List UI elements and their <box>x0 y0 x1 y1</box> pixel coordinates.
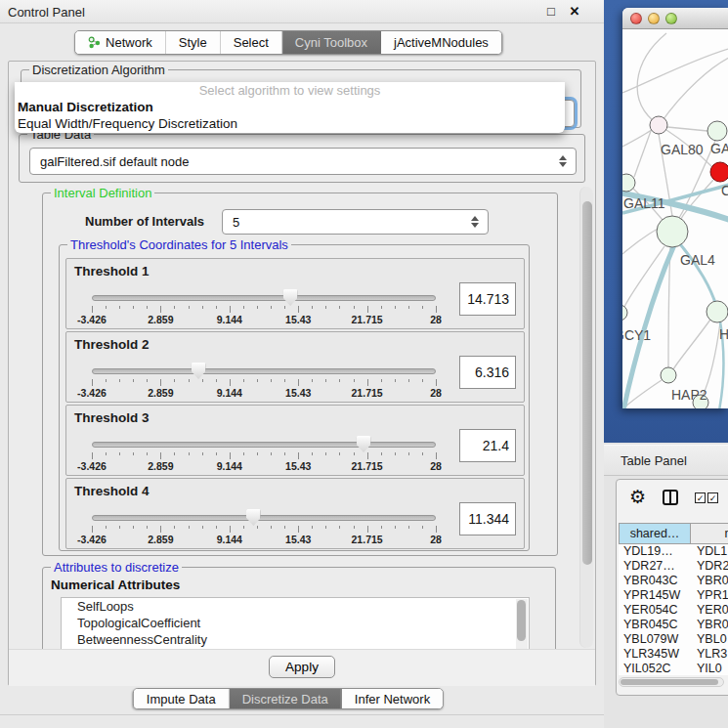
settings-scrollbar[interactable] <box>579 187 593 648</box>
column-header-name[interactable]: na <box>691 524 728 543</box>
network-node-gal4[interactable] <box>657 216 688 247</box>
slider-track[interactable] <box>92 515 436 521</box>
table-cell[interactable]: YIL0 <box>691 662 728 675</box>
scrollbar-thumb[interactable] <box>621 679 718 685</box>
threshold-2-slider[interactable] <box>92 367 436 375</box>
node-label: GAL80 <box>661 142 704 157</box>
network-window-titlebar[interactable] <box>622 8 728 29</box>
table-cell[interactable]: YLR345W <box>619 647 691 662</box>
node-label: H <box>719 326 728 342</box>
table-row[interactable]: YBR043CYBR0 <box>619 574 728 588</box>
table-row[interactable]: YER054CYER0 <box>619 603 728 618</box>
minimize-window-icon[interactable] <box>648 13 660 24</box>
tab-impute-data[interactable]: Impute Data <box>134 689 230 708</box>
threshold-1-slider[interactable] <box>92 294 436 302</box>
network-node[interactable] <box>707 121 727 141</box>
table-cell[interactable]: YLR3 <box>691 647 728 662</box>
table-cell[interactable]: YER054C <box>619 603 691 618</box>
table-cell[interactable]: YER0 <box>691 603 728 618</box>
table-row[interactable]: YPR145WYPR1 <box>619 588 728 603</box>
algorithm-option-manual[interactable]: Manual Discretization <box>15 99 565 115</box>
table-cell[interactable]: YBR045C <box>619 618 691 632</box>
table-row[interactable]: YBR045CYBR0 <box>619 618 728 632</box>
close-window-icon[interactable] <box>630 13 642 24</box>
tab-jactivemnodules[interactable]: jActiveMNodules <box>381 31 501 54</box>
table-row[interactable]: YLR345WYLR3 <box>619 647 728 662</box>
threshold-1-value-field[interactable] <box>459 282 516 316</box>
scrollbar-thumb[interactable] <box>582 201 592 565</box>
number-of-intervals-combobox[interactable]: 5 <box>222 209 489 235</box>
table-horizontal-scrollbar[interactable] <box>619 677 724 687</box>
table-cell[interactable]: YDL1 <box>691 544 728 559</box>
settings-scroll-area: Interval Definition Number of Intervals … <box>9 187 583 651</box>
attributes-list-scrollbar[interactable] <box>516 599 528 651</box>
apply-button[interactable]: Apply <box>269 656 335 678</box>
table-cell[interactable]: YDR27… <box>619 559 691 574</box>
tick-label: 9.144 <box>217 460 242 472</box>
table-header-row: shared… na <box>619 523 728 544</box>
table-row[interactable]: YBL079WYBL0 <box>619 632 728 647</box>
algorithm-option-equal-width[interactable]: Equal Width/Frequency Discretization <box>15 115 565 132</box>
table-cell[interactable]: YDR2 <box>691 559 728 574</box>
network-node-hap2[interactable] <box>661 367 676 383</box>
close-panel-icon[interactable]: ✕ <box>567 4 582 20</box>
float-window-icon[interactable]: □ <box>543 4 559 20</box>
network-node-labels: GAL80GACGAL11GAL4GCY1HHAP2 <box>622 141 728 403</box>
network-node-gcy1[interactable] <box>622 305 627 321</box>
threshold-3-value-field[interactable] <box>459 429 516 462</box>
table-data-combobox[interactable]: galFiltered.sif default node <box>29 148 577 175</box>
table-cell[interactable]: YBL0 <box>691 632 728 647</box>
table-cell[interactable]: YPR145W <box>619 588 691 603</box>
table-row[interactable]: YDR27…YDR2 <box>619 559 728 574</box>
network-node-gal11[interactable] <box>622 174 635 192</box>
table-rows: YDL19…YDL1YDR27…YDR2YBR043CYBR0YPR145WYP… <box>619 544 728 675</box>
network-canvas[interactable]: GAL80GACGAL11GAL4GCY1HHAP2 <box>622 29 728 408</box>
scrollbar-thumb[interactable] <box>517 600 526 641</box>
table-cell[interactable]: YBR0 <box>691 574 728 588</box>
tab-select-label: Select <box>234 35 269 50</box>
tab-infer-network[interactable]: Infer Network <box>342 689 443 708</box>
table-row[interactable]: YIL052CYIL0 <box>619 662 728 675</box>
attribute-list-item[interactable]: TopologicalCoefficient <box>62 615 529 631</box>
table-row[interactable]: YDL19…YDL1 <box>619 544 728 559</box>
slider-thumb[interactable] <box>192 363 206 379</box>
table-cell[interactable]: YBL079W <box>619 632 691 647</box>
node-label: GAL4 <box>680 252 715 268</box>
column-header-shared-name[interactable]: shared… <box>619 524 691 543</box>
slider-track[interactable] <box>92 295 436 301</box>
threshold-3-slider[interactable] <box>92 441 436 449</box>
checkbox-icon[interactable]: ✓ <box>707 492 718 503</box>
tab-discretize-data[interactable]: Discretize Data <box>230 689 342 708</box>
table-cell[interactable]: YIL052C <box>619 662 691 675</box>
table-cell[interactable]: YPR1 <box>691 588 728 603</box>
slider-tick-labels: -3.4262.8599.14415.4321.71528 <box>92 534 436 545</box>
attribute-list-item[interactable]: BetweennessCentrality <box>62 631 529 648</box>
tab-cyni-toolbox[interactable]: Cyni Toolbox <box>282 31 381 54</box>
zoom-window-icon[interactable] <box>665 13 677 24</box>
numerical-attributes-list[interactable]: SelfLoopsTopologicalCoefficientBetweenne… <box>61 597 530 651</box>
network-node-gal80[interactable] <box>650 116 667 134</box>
node-label: GA <box>710 141 728 156</box>
tab-style[interactable]: Style <box>166 31 221 54</box>
slider-thumb[interactable] <box>246 509 261 526</box>
table-cell[interactable]: YBR0 <box>691 618 728 632</box>
apply-strip: Apply <box>9 649 595 686</box>
slider-thumb[interactable] <box>357 436 371 452</box>
network-node-h[interactable] <box>707 301 728 322</box>
network-node[interactable] <box>710 162 728 182</box>
tab-select[interactable]: Select <box>221 31 282 54</box>
gear-icon[interactable]: ⚙ <box>629 486 646 508</box>
split-columns-icon[interactable] <box>663 490 678 505</box>
threshold-4-slider[interactable] <box>92 514 436 522</box>
threshold-4-value-field[interactable] <box>459 502 516 535</box>
attribute-list-item[interactable]: SelfLoops <box>62 598 529 615</box>
bottom-tab-bar: Impute Data Discretize Data Infer Networ… <box>133 688 444 709</box>
table-cell[interactable]: YDL19… <box>619 544 691 559</box>
slider-thumb[interactable] <box>283 289 298 306</box>
slider-track[interactable] <box>92 442 436 448</box>
threshold-2-value-field[interactable] <box>459 356 516 389</box>
table-cell[interactable]: YBR043C <box>619 574 691 588</box>
slider-track[interactable] <box>92 368 436 374</box>
checkbox-icon[interactable]: ✓ <box>695 492 706 503</box>
tab-network[interactable]: Network <box>75 31 166 54</box>
